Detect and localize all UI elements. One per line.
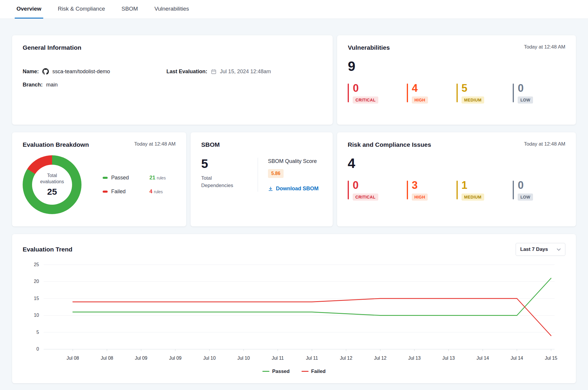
- divider: [258, 158, 258, 192]
- severity-bar: [348, 181, 349, 199]
- general-info-card: General Information Name: ssca-team/todo…: [12, 35, 333, 125]
- svg-text:Jul 09: Jul 09: [135, 356, 147, 361]
- legend-count: 4: [149, 189, 152, 195]
- tab-overview[interactable]: Overview: [15, 0, 43, 19]
- severity-badge: MEDIUM: [462, 194, 484, 201]
- evaluation-trend-title: Evaluation Trend: [23, 246, 72, 253]
- trend-range-value: Last 7 Days: [520, 246, 548, 252]
- legend-unit: rules: [157, 176, 166, 180]
- svg-text:Jul 12: Jul 12: [374, 356, 387, 361]
- svg-text:Jul 10: Jul 10: [203, 356, 216, 361]
- main-content: General Information Name: ssca-team/todo…: [0, 19, 588, 383]
- evaluation-breakdown-timestamp: Today at 12:48 AM: [134, 141, 176, 147]
- tab-vulnerabilities[interactable]: Vulnerabilities: [153, 0, 191, 19]
- trend-legend-label: Failed: [311, 369, 326, 374]
- severity-count: 0: [353, 83, 378, 94]
- vulnerabilities-title: Vulnerabilities: [348, 44, 390, 51]
- trend-legend: Passed Failed: [23, 369, 565, 374]
- evaluation-trend-card: Evaluation Trend Last 7 Days 0510152025J…: [12, 234, 576, 383]
- svg-text:Jul 14: Jul 14: [511, 356, 523, 361]
- general-info-title: General Information: [23, 44, 81, 51]
- vulnerabilities-timestamp: Today at 12:48 AM: [524, 44, 565, 50]
- severity-count: 1: [462, 180, 484, 191]
- evaluation-breakdown-card: Evaluation Breakdown Today at 12:48 AM T…: [12, 132, 186, 226]
- svg-text:20: 20: [34, 279, 39, 284]
- severity-bar: [457, 84, 458, 102]
- svg-text:Jul 11: Jul 11: [272, 356, 284, 361]
- branch-field: Branch: main: [23, 82, 166, 88]
- row-top: General Information Name: ssca-team/todo…: [12, 35, 576, 125]
- risk-compliance-timestamp: Today at 12:48 AM: [524, 141, 565, 147]
- sbom-quality-label: SBOM Quality Score: [268, 158, 319, 164]
- repo-name-field: Name: ssca-team/todolist-demo: [23, 68, 166, 75]
- severity-badge: HIGH: [412, 194, 428, 201]
- legend-label: Passed: [111, 175, 137, 181]
- vulnerabilities-card: Vulnerabilities Today at 12:48 AM 9 0 CR…: [337, 35, 576, 125]
- name-label: Name:: [23, 69, 39, 75]
- severity-badge: LOW: [518, 96, 533, 104]
- severity-bar: [348, 84, 349, 102]
- severity-bar: [513, 181, 514, 199]
- last-evaluation-value: Jul 15, 2024 12:48am: [220, 69, 271, 75]
- severity-badge: HIGH: [412, 96, 428, 104]
- tab-risk-compliance-label: Risk & Compliance: [58, 6, 105, 12]
- download-icon: [268, 186, 273, 191]
- svg-text:Jul 13: Jul 13: [408, 356, 421, 361]
- svg-text:0: 0: [36, 346, 39, 351]
- svg-text:15: 15: [34, 296, 39, 301]
- branch-value: main: [46, 82, 58, 88]
- sbom-card: SBOM 5 Total Dependencies SBOM Quality S…: [191, 132, 333, 226]
- svg-text:Jul 08: Jul 08: [101, 356, 113, 361]
- svg-text:10: 10: [34, 313, 39, 318]
- chevron-down-icon: [557, 248, 561, 251]
- severity-count: 0: [518, 83, 533, 94]
- svg-text:Jul 09: Jul 09: [169, 356, 181, 361]
- trend-range-dropdown[interactable]: Last 7 Days: [516, 243, 566, 256]
- severity-count: 0: [353, 180, 378, 191]
- tab-sbom[interactable]: SBOM: [120, 0, 140, 19]
- severity-critical: 0 CRITICAL: [348, 180, 378, 201]
- donut-total: 25: [47, 187, 57, 197]
- sbom-total-dependencies: 5: [201, 158, 248, 170]
- download-sbom-link[interactable]: Download SBOM: [268, 186, 319, 192]
- legend-label: Failed: [111, 189, 137, 195]
- severity-high: 3 HIGH: [407, 180, 428, 201]
- severity-count: 3: [412, 180, 428, 191]
- svg-text:5: 5: [36, 330, 39, 335]
- severity-badge: MEDIUM: [462, 96, 484, 104]
- repo-name-value: ssca-team/todolist-demo: [52, 69, 110, 75]
- tab-vulnerabilities-label: Vulnerabilities: [154, 6, 189, 12]
- legend-unit: rules: [154, 189, 163, 194]
- svg-text:25: 25: [34, 262, 39, 267]
- trend-legend-label: Passed: [272, 369, 290, 374]
- legend-item-passed: Passed 21 rules: [103, 175, 166, 181]
- tab-sbom-label: SBOM: [121, 6, 138, 12]
- tab-risk-compliance[interactable]: Risk & Compliance: [56, 0, 107, 19]
- failed-line-icon: [302, 371, 309, 372]
- evaluation-trend-chart: 0510152025Jul 08Jul 08Jul 09Jul 09Jul 10…: [23, 260, 565, 369]
- sbom-total-label: Total Dependencies: [201, 175, 236, 189]
- severity-bar: [407, 181, 408, 199]
- trend-legend-failed: Failed: [302, 369, 326, 374]
- svg-text:Jul 11: Jul 11: [306, 356, 318, 361]
- legend-count: 21: [149, 175, 155, 181]
- severity-bar: [457, 181, 458, 199]
- risk-compliance-severity-row: 0 CRITICAL 3 HIGH 1 MEDIUM 0 LOW: [348, 180, 565, 201]
- severity-low: 0 LOW: [513, 180, 533, 201]
- download-sbom-label: Download SBOM: [276, 186, 319, 192]
- severity-count: 0: [518, 180, 533, 191]
- severity-critical: 0 CRITICAL: [348, 83, 378, 104]
- svg-text:Jul 13: Jul 13: [442, 356, 455, 361]
- severity-medium: 5 MEDIUM: [457, 83, 484, 104]
- severity-high: 4 HIGH: [407, 83, 428, 104]
- vulnerabilities-total: 9: [348, 59, 565, 73]
- svg-text:Jul 15: Jul 15: [545, 356, 557, 361]
- donut-center-label: Total evaluations: [38, 173, 66, 185]
- severity-count: 4: [412, 83, 428, 94]
- severity-badge: CRITICAL: [353, 194, 378, 201]
- legend-item-failed: Failed 4 rules: [103, 189, 166, 195]
- row-middle: Evaluation Breakdown Today at 12:48 AM T…: [12, 132, 576, 226]
- severity-medium: 1 MEDIUM: [457, 180, 484, 201]
- last-evaluation-field: Last Evaluation: Jul 15, 2024 12:48am: [166, 68, 322, 75]
- severity-bar: [513, 84, 514, 102]
